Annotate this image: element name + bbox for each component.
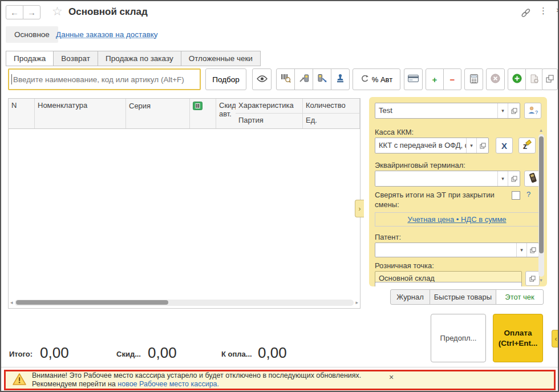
panel-tab-quick-goods-label: Быстрые товары bbox=[434, 293, 492, 301]
window-close-icon[interactable]: × bbox=[556, 6, 559, 15]
tab-sale[interactable]: Продажа bbox=[6, 51, 54, 66]
card-icon bbox=[408, 75, 419, 84]
x-report-button[interactable]: X bbox=[496, 138, 513, 153]
panel-scrollbar-thumb[interactable] bbox=[539, 136, 544, 253]
organization-field[interactable] bbox=[375, 282, 522, 286]
forward-button[interactable]: → bbox=[23, 5, 40, 19]
tab-deferred-receipts[interactable]: Отложенные чеки bbox=[181, 51, 261, 66]
total-label: Итого: bbox=[9, 350, 33, 358]
prepayment-button[interactable]: Предопл... bbox=[431, 314, 486, 362]
delivery-orders-link[interactable]: Данные заказов на доставку bbox=[56, 30, 158, 39]
get-link-icon[interactable] bbox=[520, 7, 532, 20]
calculator-button[interactable] bbox=[464, 68, 483, 90]
patent-label: Патент: bbox=[375, 233, 401, 241]
eye-icon bbox=[257, 75, 268, 84]
verify-totals-checkbox[interactable] bbox=[512, 191, 520, 200]
to-pay-value: 0,00 bbox=[258, 344, 287, 362]
warning-text-line1: Внимание! Это Рабочее место касссира уст… bbox=[32, 371, 361, 380]
decrease-quantity-button[interactable]: − bbox=[443, 68, 461, 90]
chevron-down-icon[interactable]: ▾ bbox=[466, 138, 476, 153]
terminal-unload-button[interactable] bbox=[313, 68, 331, 90]
open-select-icon[interactable] bbox=[476, 138, 488, 153]
open-window-button[interactable] bbox=[542, 68, 558, 90]
cancel-receipt-button[interactable] bbox=[486, 68, 505, 90]
kkm-label: Касса ККМ: bbox=[375, 128, 414, 136]
payment-button-label-line2: (Ctrl+Ent... bbox=[499, 338, 538, 349]
horizontal-scrollbar[interactable]: ◂ ▸ bbox=[10, 298, 358, 306]
chevron-left-icon: ‹ bbox=[555, 335, 557, 343]
tab-sale-by-order[interactable]: Продажа по заказу bbox=[98, 51, 181, 66]
column-header-quantity: Количество bbox=[303, 99, 360, 114]
scroll-right-icon[interactable]: ▸ bbox=[355, 300, 358, 305]
open-window-icon bbox=[546, 75, 554, 84]
document-tabs: Продажа Возврат Продажа по заказу Отложе… bbox=[6, 51, 260, 66]
bottom-divider bbox=[1, 367, 558, 367]
copy-receipt-button[interactable] bbox=[525, 68, 544, 90]
auto-discount-button[interactable]: % Авт bbox=[353, 68, 400, 90]
panel-scrollbar[interactable]: ▴ ▾ bbox=[538, 128, 544, 283]
open-select-icon[interactable] bbox=[508, 103, 520, 118]
chevron-down-icon[interactable]: ▾ bbox=[516, 243, 526, 257]
scrollbar-track[interactable] bbox=[15, 300, 354, 306]
open-select-icon[interactable] bbox=[526, 243, 538, 257]
patent-select[interactable]: ▾ bbox=[375, 243, 539, 257]
verify-totals-label: Сверять итоги на ЭТ при закрытии смены: bbox=[375, 190, 505, 209]
side-panel-toggle[interactable]: ‹ bbox=[552, 330, 559, 347]
kebab-menu-icon[interactable]: ⋮ bbox=[539, 6, 548, 16]
auto-discount-label: % Авт bbox=[372, 75, 392, 84]
open-select-icon[interactable] bbox=[508, 171, 520, 186]
payment-button-label-line1: Оплата bbox=[504, 328, 532, 338]
column-header-batch: Партия bbox=[236, 114, 303, 128]
column-header-nomenclature: Номенклатура bbox=[35, 99, 126, 128]
favorite-star-icon[interactable]: ☆ bbox=[52, 5, 63, 18]
view-mode-button[interactable] bbox=[252, 68, 272, 90]
calculator-icon bbox=[470, 74, 478, 85]
verify-help-icon[interactable]: ? bbox=[526, 190, 530, 199]
panel-scrollbar-track[interactable] bbox=[538, 134, 544, 277]
warning-close-icon[interactable]: × bbox=[389, 373, 394, 382]
kkm-select[interactable]: ККТ с передачей в ОФД, ф ▾ bbox=[375, 138, 489, 153]
terminal-unload-icon bbox=[317, 74, 327, 85]
cancel-circle-icon bbox=[491, 74, 500, 85]
scroll-down-icon[interactable]: ▾ bbox=[540, 278, 542, 283]
back-icon: ← bbox=[10, 7, 19, 17]
panel-tab-journal[interactable]: Журнал bbox=[390, 289, 430, 305]
acquiring-select[interactable]: ▾ bbox=[375, 171, 520, 187]
warning-text-line2: Рекомендуем перейти на новое Рабочее мес… bbox=[32, 380, 361, 389]
scroll-up-icon[interactable]: ▴ bbox=[540, 128, 542, 133]
back-button[interactable]: ← bbox=[6, 5, 23, 19]
page-title: Основной склад bbox=[68, 6, 148, 18]
search-input[interactable] bbox=[12, 75, 200, 84]
acquiring-value bbox=[375, 171, 497, 186]
cashier-select[interactable]: Test ▾ bbox=[375, 103, 520, 119]
column-header-n: N bbox=[9, 99, 35, 128]
increase-quantity-button[interactable]: + bbox=[426, 68, 444, 90]
tab-return[interactable]: Возврат bbox=[53, 51, 98, 66]
minus-icon: − bbox=[450, 75, 455, 84]
chevron-down-icon[interactable]: ▾ bbox=[497, 171, 508, 186]
section-tab-main[interactable]: Основное bbox=[6, 26, 58, 43]
scroll-left-icon[interactable]: ◂ bbox=[10, 300, 13, 305]
price-mode-link[interactable]: Учетная цена • НДС в сумме bbox=[407, 215, 506, 224]
scrollbar-thumb[interactable] bbox=[16, 300, 169, 305]
panel-tab-quick-goods[interactable]: Быстрые товары bbox=[430, 289, 496, 305]
barcode-search-button[interactable] bbox=[276, 68, 295, 90]
chevron-down-icon[interactable]: ▾ bbox=[497, 103, 508, 118]
panel-collapse-toggle[interactable]: › bbox=[355, 200, 364, 217]
new-receipt-button[interactable] bbox=[508, 68, 526, 90]
new-rmk-link[interactable]: новое Рабочее место кассира. bbox=[118, 380, 219, 388]
card-payment-button[interactable] bbox=[404, 68, 423, 90]
cashier-info-button[interactable]: ? bbox=[524, 103, 541, 119]
z-report-button[interactable]: z bbox=[519, 138, 536, 153]
forward-icon: → bbox=[27, 7, 36, 17]
question-icon: ? bbox=[535, 110, 538, 115]
panel-tab-this-receipt[interactable]: Этот чек bbox=[496, 289, 544, 305]
payment-button[interactable]: Оплата (Ctrl+Ent... bbox=[493, 314, 543, 362]
terminal-load-button[interactable] bbox=[294, 68, 313, 90]
patent-value bbox=[375, 243, 516, 257]
stamp-button[interactable] bbox=[331, 68, 350, 90]
column-header-series: Серия bbox=[126, 99, 190, 128]
prepayment-button-label: Предопл... bbox=[440, 334, 477, 342]
pick-button[interactable]: Подбор bbox=[205, 68, 246, 90]
items-table: N Номенклатура Характеристика Серия Коли… bbox=[8, 98, 360, 309]
